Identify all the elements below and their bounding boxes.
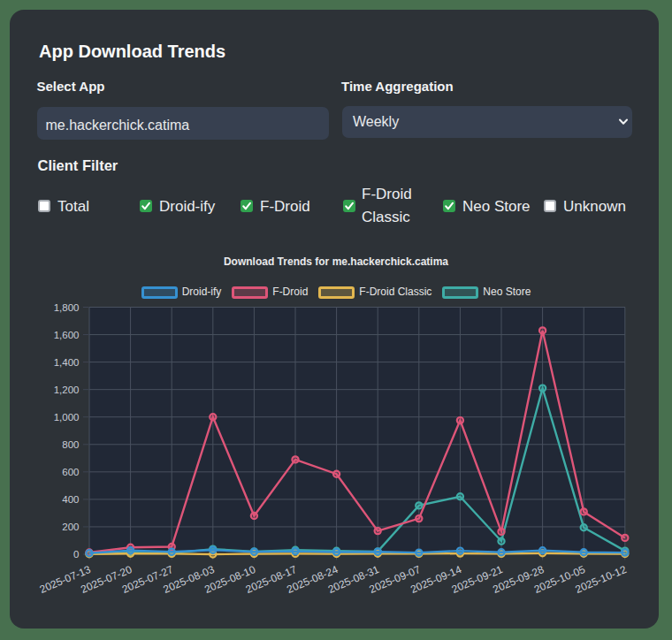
svg-text:400: 400 xyxy=(62,494,79,505)
svg-text:800: 800 xyxy=(62,439,79,450)
svg-text:1,200: 1,200 xyxy=(54,385,80,395)
svg-text:1,800: 1,800 xyxy=(54,302,80,313)
svg-text:600: 600 xyxy=(62,467,79,477)
svg-text:0: 0 xyxy=(73,549,79,560)
svg-text:200: 200 xyxy=(62,522,79,532)
svg-text:1,400: 1,400 xyxy=(54,357,80,368)
svg-text:1,600: 1,600 xyxy=(54,330,80,340)
svg-text:1,000: 1,000 xyxy=(54,412,80,423)
